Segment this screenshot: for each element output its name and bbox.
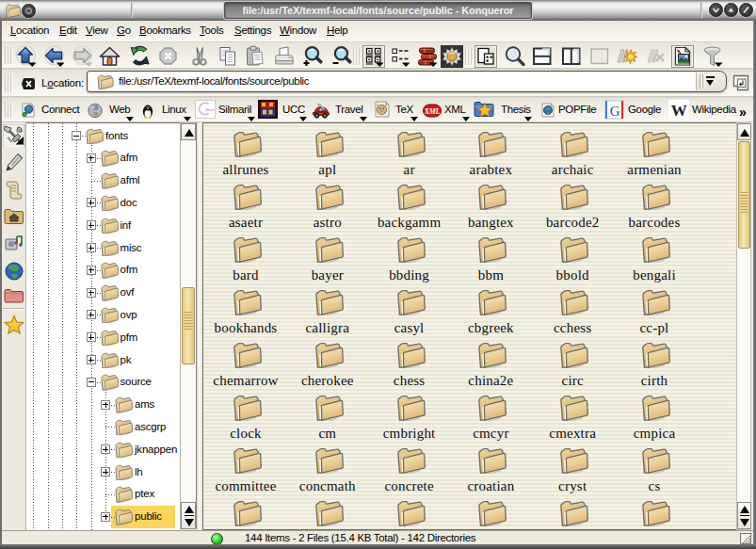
svg-text:G: G xyxy=(610,104,620,119)
svg-text:XML: XML xyxy=(424,107,441,116)
svg-text:Silmaril: Silmaril xyxy=(205,108,214,112)
svg-text:W: W xyxy=(671,102,687,120)
